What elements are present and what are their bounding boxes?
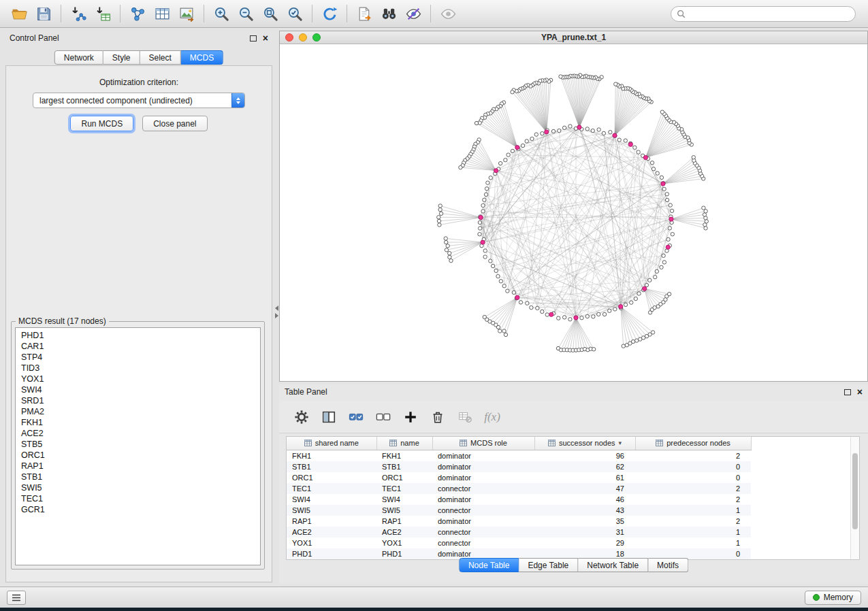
graph-dominator-node[interactable]	[494, 169, 498, 173]
graph-node[interactable]	[597, 128, 600, 131]
table-row[interactable]: STB1STB1dominator620	[287, 461, 751, 472]
graph-node[interactable]	[483, 255, 487, 259]
graph-node[interactable]	[504, 333, 507, 336]
add-column-button[interactable]	[399, 406, 422, 429]
table-cell[interactable]: STB1	[376, 461, 432, 472]
graph-node[interactable]	[448, 255, 451, 259]
graph-node[interactable]	[580, 316, 583, 320]
table-settings-button[interactable]	[290, 406, 313, 429]
control-panel-close-icon[interactable]: ×	[263, 35, 268, 42]
graph-node[interactable]	[613, 308, 617, 311]
graph-node[interactable]	[608, 309, 611, 312]
graph-node[interactable]	[662, 261, 666, 264]
mcds-result-item[interactable]: GCR1	[21, 504, 255, 515]
graph-node[interactable]	[459, 165, 462, 169]
table-cell[interactable]: connector	[432, 527, 534, 538]
graph-dominator-node[interactable]	[666, 245, 670, 249]
graph-node[interactable]	[671, 233, 674, 236]
graph-node[interactable]	[512, 291, 515, 294]
mcds-result-item[interactable]: ACE2	[21, 428, 255, 439]
graph-node[interactable]	[437, 219, 440, 222]
graph-node[interactable]	[439, 212, 443, 215]
graph-node[interactable]	[511, 90, 514, 94]
graph-node[interactable]	[496, 325, 500, 329]
graph-node[interactable]	[660, 110, 664, 114]
save-session-button[interactable]	[31, 2, 56, 25]
graph-node[interactable]	[662, 187, 666, 191]
graph-node[interactable]	[521, 144, 524, 147]
graph-node[interactable]	[502, 329, 506, 333]
graph-node[interactable]	[559, 75, 562, 78]
graph-node[interactable]	[530, 306, 533, 309]
apply-layout-button[interactable]	[317, 2, 342, 25]
show-graphics-details-button[interactable]	[436, 2, 460, 25]
graph-node[interactable]	[630, 301, 633, 304]
zoom-fit-button[interactable]	[258, 2, 283, 25]
table-row[interactable]: SWI5SWI5connector431	[287, 505, 751, 516]
close-panel-button[interactable]: Close panel	[142, 116, 207, 131]
graph-node[interactable]	[504, 158, 507, 161]
table-row[interactable]: FKH1FKH1dominator962	[287, 450, 751, 461]
graph-node[interactable]	[669, 203, 672, 207]
mcds-result-item[interactable]: PMA2	[21, 406, 255, 417]
graph-node[interactable]	[437, 216, 440, 219]
graph-node[interactable]	[545, 313, 549, 316]
graph-node[interactable]	[631, 340, 634, 343]
table-cell[interactable]: 1	[635, 538, 751, 548]
table-cell[interactable]: connector	[432, 483, 534, 494]
splitter-handle-icon[interactable]	[274, 306, 279, 318]
graph-dominator-node[interactable]	[643, 286, 647, 291]
table-cell[interactable]: 1	[635, 527, 751, 538]
table-cell[interactable]: 46	[534, 494, 635, 505]
graph-node[interactable]	[438, 223, 441, 227]
status-menu-button[interactable]	[7, 591, 26, 605]
table-row[interactable]: YOX1YOX1connector291	[287, 538, 751, 548]
graph-node[interactable]	[704, 227, 707, 230]
graph-node[interactable]	[481, 203, 485, 207]
panel-splitter[interactable]	[274, 31, 279, 584]
graph-node[interactable]	[624, 139, 627, 142]
graph-dominator-node[interactable]	[628, 142, 632, 146]
graph-node[interactable]	[592, 348, 595, 351]
table-cell[interactable]: TEC1	[376, 483, 432, 494]
select-all-button[interactable]	[344, 406, 368, 429]
column-header-predecessor-nodes[interactable]: predecessor nodes	[635, 437, 751, 450]
graph-node[interactable]	[702, 206, 705, 210]
mcds-result-item[interactable]: TID3	[21, 363, 255, 374]
hide-selected-button[interactable]	[401, 2, 425, 25]
graph-node[interactable]	[478, 232, 481, 235]
table-cell[interactable]: STB1	[287, 461, 376, 472]
graph-node[interactable]	[498, 161, 502, 165]
graph-dominator-node[interactable]	[613, 133, 617, 137]
graph-node[interactable]	[486, 181, 489, 184]
graph-node[interactable]	[660, 265, 663, 269]
graph-node[interactable]	[557, 316, 560, 320]
table-cell[interactable]: SWI5	[376, 505, 432, 516]
table-cell[interactable]: TEC1	[287, 483, 376, 494]
graph-node[interactable]	[449, 259, 453, 262]
graph-node[interactable]	[614, 82, 617, 86]
graph-node[interactable]	[541, 131, 544, 135]
table-cell[interactable]: 0	[635, 472, 751, 483]
graph-node[interactable]	[526, 301, 529, 305]
table-cell[interactable]: dominator	[432, 461, 534, 472]
search-input[interactable]	[689, 9, 850, 18]
table-cell[interactable]: 0	[635, 461, 751, 472]
graph-node[interactable]	[478, 220, 481, 224]
mcds-result-item[interactable]: SWI5	[21, 482, 255, 493]
criterion-dropdown[interactable]: largest connected component (undirected)	[33, 93, 245, 108]
column-header-MCDS-role[interactable]: MCDS role	[432, 437, 534, 450]
graph-node[interactable]	[491, 264, 494, 267]
graph-node[interactable]	[530, 137, 534, 140]
graph-node[interactable]	[633, 146, 637, 149]
graph-node[interactable]	[597, 312, 600, 316]
network-search-field[interactable]	[671, 6, 856, 22]
graph-node[interactable]	[534, 133, 538, 136]
mcds-result-item[interactable]: RAP1	[21, 461, 255, 472]
export-image-button[interactable]	[174, 2, 199, 25]
new-table-button[interactable]	[150, 2, 174, 25]
table-cell[interactable]: dominator	[432, 472, 534, 483]
graph-node[interactable]	[668, 227, 671, 230]
find-button[interactable]	[376, 2, 401, 25]
graph-node[interactable]	[637, 292, 641, 295]
